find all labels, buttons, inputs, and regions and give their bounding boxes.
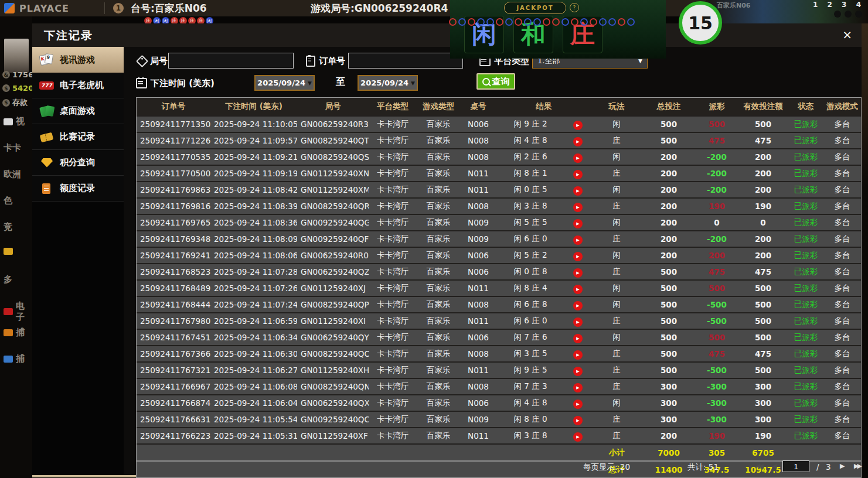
- jackpot-help-icon[interactable]: ?: [570, 3, 579, 12]
- sidebar-item-slots[interactable]: 777 电子老虎机: [32, 73, 124, 98]
- play-video-icon[interactable]: ▶: [573, 170, 583, 179]
- cell-bet-time: 2025-09-24 11:06:04: [210, 398, 297, 408]
- play-video-icon[interactable]: ▶: [573, 252, 583, 261]
- cell-valid-bet: 475: [738, 267, 788, 276]
- sidebar-item-video-games[interactable]: K 9 视讯游戏: [32, 47, 133, 73]
- cell-play-video: ▶: [564, 217, 591, 228]
- cell-total-bet: 300: [642, 382, 696, 391]
- seat-dot: [834, 11, 841, 18]
- cell-play-video: ▶: [564, 201, 591, 212]
- date-to-picker[interactable]: 2025/09/24 ▼: [358, 75, 418, 91]
- left-nav-item[interactable]: 欧洲: [4, 169, 21, 180]
- cell-status: 已派彩: [788, 299, 823, 310]
- play-video-icon[interactable]: ▶: [573, 301, 583, 310]
- cell-game-mode: 多台: [823, 217, 861, 228]
- col-total-bet: 总投注: [642, 101, 696, 112]
- play-video-icon[interactable]: ▶: [573, 219, 583, 228]
- cell-table-no: N011: [460, 185, 496, 194]
- left-nav-item[interactable]: 视: [4, 116, 25, 127]
- cell-bet-on: 庄: [591, 414, 642, 425]
- cell-valid-bet: 300: [738, 398, 788, 408]
- date-from-picker[interactable]: 2025/09/24 ▼: [254, 75, 315, 91]
- round-number-input[interactable]: [168, 53, 294, 69]
- cell-total-bet: 500: [642, 333, 696, 342]
- play-video-icon[interactable]: ▶: [573, 137, 583, 146]
- play-video-icon[interactable]: ▶: [573, 235, 583, 245]
- cell-round-id: GN008259240QT: [297, 136, 369, 145]
- cell-game-mode: 多台: [823, 168, 861, 179]
- total-count-label: 共计: 51: [687, 462, 719, 473]
- play-video-icon[interactable]: ▶: [573, 203, 583, 212]
- play-video-icon[interactable]: ▶: [573, 383, 583, 392]
- left-nav-item[interactable]: 捕: [4, 353, 25, 364]
- play-video-icon[interactable]: ▶: [573, 416, 583, 425]
- play-video-icon[interactable]: ▶: [573, 268, 583, 278]
- roadmap-ring: [468, 18, 475, 26]
- left-nav-item[interactable]: 电子: [4, 301, 32, 323]
- left-nav-item[interactable]: 多: [4, 274, 12, 285]
- page-number-input[interactable]: [782, 460, 809, 472]
- cell-total-bet: 500: [642, 300, 696, 309]
- query-button-label: 查询: [492, 76, 510, 87]
- play-video-icon[interactable]: ▶: [573, 350, 583, 360]
- cell-table-no: N006: [460, 267, 496, 276]
- cell-result: 闲 0 庄 5: [496, 185, 564, 195]
- nav-item-icon: [4, 308, 13, 315]
- cell-bet-on: 闲: [591, 398, 642, 408]
- first-page-icon[interactable]: ◀◀: [755, 462, 762, 470]
- left-nav-item[interactable]: [4, 248, 16, 255]
- close-icon[interactable]: ×: [842, 28, 852, 41]
- cell-total-bet: 200: [642, 169, 696, 178]
- play-video-icon[interactable]: ▶: [573, 285, 583, 294]
- play-video-icon[interactable]: ▶: [573, 367, 583, 376]
- sidebar-item-table-games[interactable]: 桌面游戏: [32, 98, 124, 124]
- user-icon: &: [2, 71, 10, 78]
- play-video-icon[interactable]: ▶: [573, 317, 583, 327]
- cell-play-video: ▶: [564, 135, 591, 146]
- cell-payout: -300: [696, 415, 738, 424]
- play-video-icon[interactable]: ▶: [573, 432, 583, 442]
- cell-bet-time: 2025-09-24 11:08:36: [210, 218, 297, 227]
- cell-order-id: 250924117666319: [137, 415, 210, 424]
- sidebar-item-points-query[interactable]: 积分查询: [32, 150, 124, 176]
- left-nav-item[interactable]: 色: [4, 195, 12, 206]
- play-video-icon[interactable]: ▶: [573, 121, 583, 130]
- cell-play-video: ▶: [564, 316, 591, 327]
- cell-valid-bet: 500: [738, 120, 788, 129]
- left-nav-item[interactable]: 卡卡: [4, 142, 21, 153]
- table-footer: 每页显示: 20 共计: 51 ◀◀ ◀ / 3 ▶ ▶▶: [124, 458, 862, 476]
- sidebar-item-quota-records[interactable]: 额度记录: [32, 176, 124, 202]
- cell-game-type: 百家乐: [417, 217, 460, 228]
- nav-item-label: 竞: [4, 221, 12, 233]
- col-valid-bet: 有效投注额: [738, 101, 788, 112]
- nav-item-icon: [4, 329, 13, 336]
- cell-order-id: 250924117684895: [137, 284, 210, 293]
- deposit-button[interactable]: $ 存款: [2, 97, 28, 108]
- play-video-icon[interactable]: ▶: [573, 153, 583, 163]
- left-nav-item[interactable]: 竞: [4, 221, 12, 233]
- play-video-icon[interactable]: ▶: [573, 400, 583, 409]
- cell-payout: 475: [696, 136, 738, 145]
- play-video-icon[interactable]: ▶: [573, 186, 583, 196]
- order-number-input[interactable]: [348, 53, 463, 69]
- next-page-icon[interactable]: ▶: [840, 462, 845, 470]
- cell-total-bet: 500: [642, 349, 696, 358]
- tag-icon: [136, 54, 148, 67]
- query-button[interactable]: 查询: [476, 73, 515, 90]
- play-video-icon[interactable]: ▶: [573, 334, 583, 343]
- left-nav-item[interactable]: 捕: [4, 327, 25, 338]
- table-row: 250924117684895 2025-09-24 11:07:26 GN01…: [137, 279, 861, 296]
- user-avatar[interactable]: [4, 39, 29, 73]
- cell-payout: 200: [696, 251, 738, 260]
- cell-game-mode: 多台: [823, 267, 861, 277]
- cell-round-id: GN011259240XN: [297, 169, 369, 178]
- cell-table-no: N011: [460, 169, 496, 178]
- cell-game-type: 百家乐: [417, 168, 460, 179]
- cell-bet-on: 闲: [591, 217, 642, 228]
- last-page-icon[interactable]: ▶▶: [854, 462, 860, 470]
- cell-result: 闲 4 庄 8: [496, 135, 564, 146]
- cell-status: 已派彩: [788, 267, 823, 277]
- prev-page-icon[interactable]: ◀: [772, 462, 777, 470]
- cell-play-video: ▶: [564, 119, 591, 130]
- sidebar-item-match-records[interactable]: 比赛记录: [32, 124, 124, 150]
